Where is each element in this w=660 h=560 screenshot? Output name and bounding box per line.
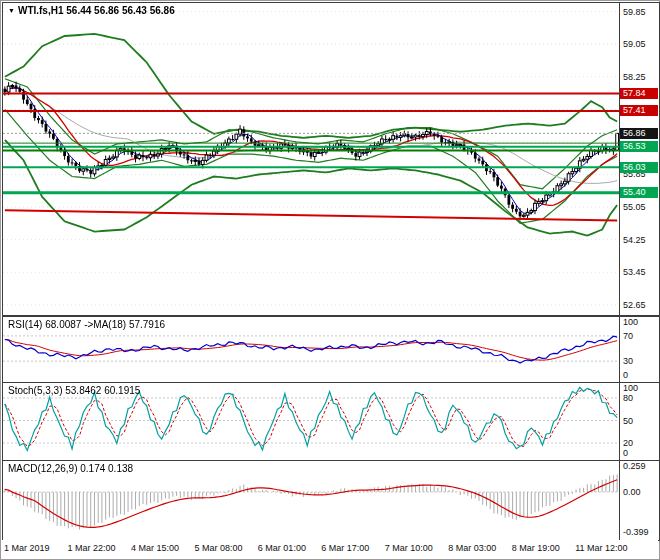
stochastic-title: Stoch(5,3,3) 53.8462 60.1915	[8, 385, 140, 396]
axis-tick: 30	[623, 356, 633, 366]
axis-tick: 52.65	[623, 300, 646, 310]
axis-tick: 50	[623, 416, 633, 426]
axis-tick: 20	[623, 438, 633, 448]
time-axis-label: 4 Mar 15:00	[131, 543, 179, 553]
axis-tick: 100	[623, 383, 638, 393]
price-axis[interactable]: 59.8559.0558.2555.8555.0554.2553.4552.65…	[619, 3, 658, 315]
rsi-title: RSI(14) 68.0087 ->MA(18) 57.7916	[8, 319, 165, 330]
time-axis-label: 7 Mar 10:00	[385, 543, 433, 553]
rsi-panel: RSI(14) 68.0087 ->MA(18) 57.7916 1007030…	[2, 316, 660, 383]
symbol-ohlc-title: WTI.fs,H1 56.44 56.86 56.43 56.86	[18, 5, 175, 16]
time-axis-label: 11 Mar 12:00	[575, 543, 627, 553]
axis-tick: 58.25	[623, 72, 646, 82]
axis-tick: 80	[623, 393, 633, 403]
axis-tick: 0	[623, 370, 628, 380]
price-level-badge: 55.40	[620, 187, 658, 198]
time-axis-label: 5 Mar 08:00	[194, 543, 242, 553]
axis-tick: 100	[623, 317, 638, 327]
price-level-badge: 56.53	[620, 141, 658, 152]
time-axis-label: 6 Mar 17:00	[321, 543, 369, 553]
axis-tick: 54.25	[623, 235, 646, 245]
stochastic-axis[interactable]: 1008050200	[619, 383, 658, 460]
price-level-badge: 56.86	[620, 128, 658, 139]
time-axis-label: 6 Mar 01:00	[258, 543, 306, 553]
time-axis-label: 8 Mar 19:00	[512, 543, 560, 553]
time-axis-label: 8 Mar 03:00	[448, 543, 496, 553]
rsi-axis[interactable]: 10070300	[619, 317, 658, 382]
stochastic-panel: Stoch(5,3,3) 53.8462 60.1915 1008050200	[2, 382, 660, 461]
dropdown-marker-icon: ▼	[8, 7, 15, 14]
time-axis[interactable]: 1 Mar 20191 Mar 22:004 Mar 15:005 Mar 08…	[2, 540, 658, 559]
axis-tick: 55.05	[623, 202, 646, 212]
price-chart-panel: ▼WTI.fs,H1 56.44 56.86 56.43 56.86 59.85…	[2, 2, 660, 316]
time-axis-label: 1 Mar 2019	[4, 543, 50, 553]
axis-tick: 0.259	[623, 461, 646, 471]
macd-axis[interactable]: 0.2590.00-0.399	[619, 461, 658, 540]
price-level-badge: 56.03	[620, 162, 658, 173]
price-level-badge: 57.84	[620, 88, 658, 99]
axis-tick: 0.00	[623, 487, 641, 497]
price-level-badge: 57.41	[620, 105, 658, 116]
macd-panel: MACD(12,26,9) 0.174 0.138 0.2590.00-0.39…	[2, 460, 660, 541]
time-axis-label: 1 Mar 22:00	[67, 543, 115, 553]
axis-tick: -0.399	[623, 527, 649, 537]
axis-tick: 53.45	[623, 267, 646, 277]
price-chart-canvas[interactable]	[3, 3, 619, 313]
axis-tick: 0	[623, 448, 628, 458]
chart-window: ▼WTI.fs,H1 56.44 56.86 56.43 56.86 59.85…	[0, 0, 660, 560]
chart-title: ▼WTI.fs,H1 56.44 56.86 56.43 56.86	[8, 5, 175, 16]
macd-title: MACD(12,26,9) 0.174 0.138	[8, 463, 133, 474]
axis-tick: 70	[623, 331, 633, 341]
axis-tick: 59.05	[623, 39, 646, 49]
axis-tick: 59.85	[623, 7, 646, 17]
